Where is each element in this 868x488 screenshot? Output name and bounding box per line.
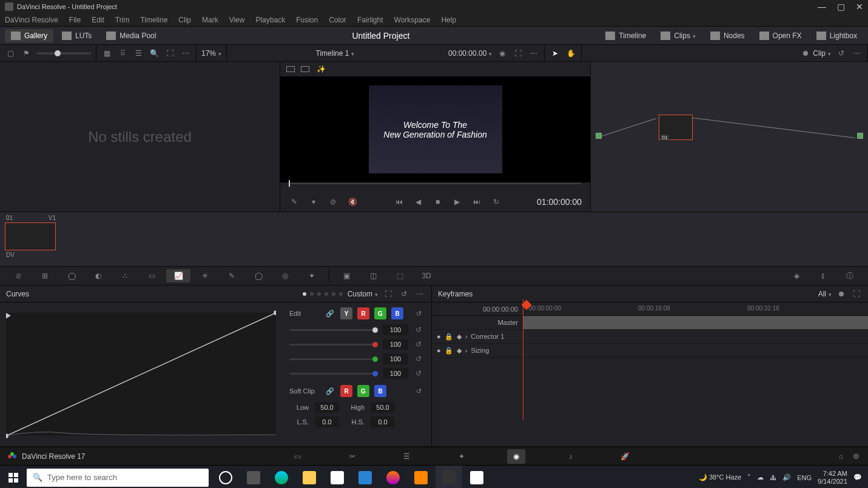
menu-help[interactable]: Help <box>441 16 456 24</box>
curves-graph[interactable] <box>0 302 282 446</box>
curves-more-icon[interactable]: ⋯ <box>414 289 425 299</box>
node-slider-dot[interactable] <box>803 51 808 56</box>
menu-playback[interactable]: Playback <box>255 16 285 24</box>
keyframe-sizing-row[interactable]: ●🔒◆›Sizing <box>432 344 868 358</box>
edit-page-button[interactable]: ☰ <box>398 449 416 464</box>
softclip-ls-input[interactable]: 0.0 <box>315 416 339 427</box>
cut-page-button[interactable]: ✂ <box>343 449 362 464</box>
menu-workspace[interactable]: Workspace <box>394 16 431 24</box>
key-icon[interactable]: ◫ <box>361 272 385 280</box>
menu-clip[interactable]: Clip <box>178 16 191 24</box>
mute-icon[interactable]: 🔇 <box>347 196 358 207</box>
intensity-r-slider[interactable] <box>289 344 378 346</box>
softclip-low-input[interactable]: 50.0 <box>315 402 339 413</box>
close-button[interactable]: ✕ <box>856 2 863 12</box>
viewer-mode1-icon[interactable] <box>286 66 295 72</box>
softclip-g-button[interactable]: G <box>357 385 369 397</box>
keyframes-expand-icon[interactable]: ⛶ <box>851 289 862 299</box>
cortana-icon[interactable] <box>212 466 239 489</box>
store-icon[interactable] <box>324 466 351 489</box>
openfx-toggle[interactable]: Open FX <box>753 29 808 42</box>
zoom-dropdown[interactable]: 17% <box>201 49 221 58</box>
hdr-icon[interactable]: ◐ <box>86 272 110 280</box>
magic-mask-icon[interactable]: ✦ <box>300 272 324 280</box>
loop-icon[interactable]: ↻ <box>491 196 502 207</box>
menu-view[interactable]: View <box>229 16 245 24</box>
viewer-timecode[interactable]: 00:00:00.00 <box>448 49 492 58</box>
hand-tool-icon[interactable]: ✋ <box>565 48 576 59</box>
softclip-link-icon[interactable]: 🔗 <box>325 386 335 396</box>
start-button[interactable] <box>0 466 27 488</box>
camera-raw-icon[interactable]: ⎚ <box>6 272 30 280</box>
node-01[interactable]: 01 <box>659 115 693 140</box>
scopes-icon[interactable]: ⫿ <box>811 272 835 280</box>
resolve-taskbar-icon[interactable] <box>436 466 462 489</box>
curve-g-button[interactable]: G <box>374 307 386 319</box>
weather-widget[interactable]: 🌙 38°C Haze <box>699 473 741 481</box>
intensity-g-slider[interactable] <box>289 358 378 360</box>
clip-dropdown[interactable]: Clip <box>813 49 831 58</box>
menu-fusion[interactable]: Fusion <box>296 16 318 24</box>
nodes-panel[interactable]: 01 <box>591 62 868 212</box>
color-match-icon[interactable]: ⊞ <box>33 272 57 280</box>
motion-effects-icon[interactable]: ▭ <box>140 272 164 280</box>
timeline-selector[interactable]: Timeline 1 <box>316 49 355 58</box>
thumb-size-slider[interactable] <box>36 52 91 55</box>
reset-r-icon[interactable]: ↺ <box>413 339 424 350</box>
warper-icon[interactable]: ✳ <box>193 272 217 280</box>
mediapool-tab[interactable]: Media Pool <box>100 29 162 42</box>
menu-trim[interactable]: Trim <box>115 16 130 24</box>
clip-thumb-01[interactable]: 01V1 DV <box>5 215 57 264</box>
viewer-more-icon[interactable]: ⋯ <box>528 48 539 59</box>
viewer-tc[interactable]: 01:00:00:00 <box>537 197 582 207</box>
fairlight-page-button[interactable]: ♪ <box>562 449 580 464</box>
curves-icon[interactable]: 📈 <box>166 269 190 282</box>
curve-y-button[interactable]: Y <box>340 307 352 319</box>
viewer-mode2-icon[interactable] <box>301 66 309 72</box>
tray-lang-icon[interactable]: ENG <box>797 474 812 481</box>
media-page-button[interactable]: ▭ <box>289 449 307 464</box>
qualifier-icon[interactable]: ✎ <box>220 272 244 280</box>
wheels-icon[interactable]: ◯ <box>59 272 84 280</box>
softclip-r-button[interactable]: R <box>340 385 352 397</box>
curves-mode-dropdown[interactable]: Custom <box>348 290 378 298</box>
colorwheel-icon[interactable]: ◉ <box>497 48 508 59</box>
grid2-icon[interactable]: ⠿ <box>117 48 128 59</box>
lightbox-toggle[interactable]: Lightbox <box>810 29 863 42</box>
illustrator-icon[interactable] <box>408 466 434 489</box>
viewer-scrubber[interactable] <box>280 182 590 192</box>
curves-page-dots[interactable] <box>303 292 343 296</box>
stop-icon[interactable]: ■ <box>432 196 443 207</box>
link-icon[interactable]: 🔗 <box>325 308 335 319</box>
flag-icon[interactable]: ⚑ <box>21 48 32 59</box>
rgb-mixer-icon[interactable]: ∴ <box>113 272 137 280</box>
menu-file[interactable]: File <box>69 16 81 24</box>
home-button[interactable]: ⌂ <box>839 452 843 461</box>
softclip-hs-input[interactable]: 0.0 <box>371 416 395 427</box>
stills-view-icon[interactable]: ▢ <box>5 48 16 59</box>
nodes-toggle[interactable]: Nodes <box>704 29 751 42</box>
softclip-b-button[interactable]: B <box>374 385 386 397</box>
node-input-anchor[interactable] <box>596 133 602 139</box>
node-output-anchor[interactable] <box>857 133 863 139</box>
intensity-b-slider[interactable] <box>289 373 378 375</box>
first-frame-icon[interactable]: ⏮ <box>394 196 405 207</box>
keyframes-dot[interactable] <box>839 292 844 296</box>
reset-g-icon[interactable]: ↺ <box>413 353 424 364</box>
tray-chevron-icon[interactable]: ˄ <box>747 473 751 481</box>
prev-frame-icon[interactable]: ◀ <box>413 196 424 207</box>
clips-toggle[interactable]: Clips <box>654 29 702 42</box>
play-icon[interactable]: ▶ <box>452 196 463 207</box>
taskbar-search[interactable]: 🔍 Type here to search <box>27 469 209 487</box>
keyframes-ruler[interactable]: 00:00:00:00 00:00:00:00 00:00:16:08 00:0… <box>432 302 868 316</box>
nodes-more-icon[interactable]: ⋯ <box>852 48 863 59</box>
menu-mark[interactable]: Mark <box>202 16 218 24</box>
grid-icon[interactable]: ▦ <box>101 48 112 59</box>
tray-network-icon[interactable]: 🖧 <box>770 474 776 481</box>
bypass-icon[interactable]: ⊘ <box>328 196 338 207</box>
tray-volume-icon[interactable]: 🔊 <box>782 473 791 481</box>
minimize-button[interactable]: — <box>818 2 826 12</box>
reset-icon[interactable]: ↺ <box>836 48 847 59</box>
color-page-button[interactable]: ◉ <box>507 449 525 464</box>
menu-color[interactable]: Color <box>329 16 346 24</box>
